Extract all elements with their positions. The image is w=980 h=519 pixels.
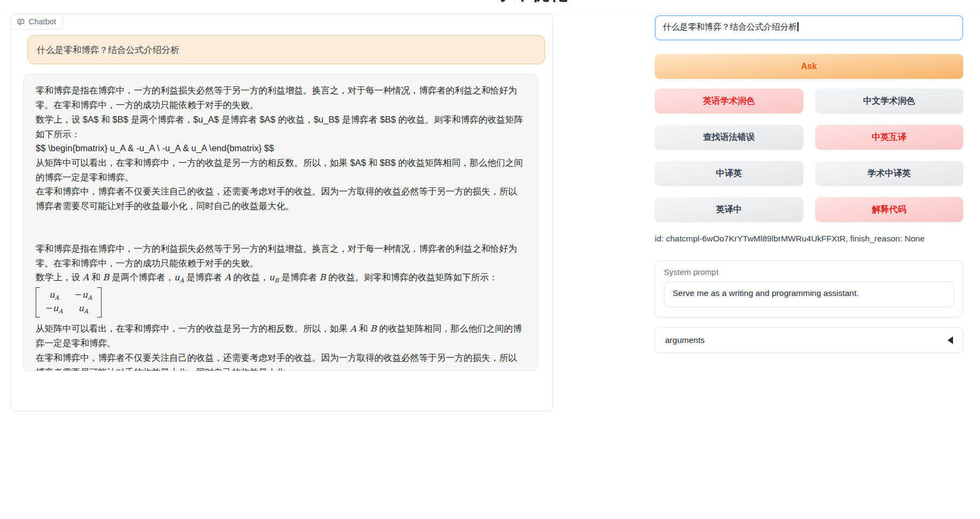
status-line: id: chatcmpl-6wOo7KrYTwMl89lbrMWRu4UkFFX… (655, 234, 963, 244)
latex-matrix: uA−uA−uAuA (36, 286, 526, 321)
section-gap (36, 213, 526, 241)
chat-messages[interactable]: 什么是零和博弈？结合公式介绍分析 零和博弈是指在博弈中，一方的利益损失必然等于另… (11, 15, 553, 411)
bot-paragraph-raw-1: 零和博弈是指在博弈中，一方的利益损失必然等于另一方的利益增益。换言之，对于每一种… (36, 83, 526, 112)
bot-paragraph-raw-4: 在零和博弈中，博弈者不仅要关注自己的收益，还需要考虑对手的收益。因为一方取得的收… (36, 184, 526, 213)
query-input[interactable]: 什么是零和博弈？结合公式介绍分析 (655, 15, 963, 41)
bot-paragraph-rendered-4: 在零和博弈中，博弈者不仅要关注自己的收益，还需要考虑对手的收益。因为一方取得的收… (36, 351, 526, 371)
button-zh-to-en[interactable]: 中译英 (655, 161, 803, 186)
user-message-bubble: 什么是零和博弈？结合公式介绍分析 (28, 35, 545, 64)
button-en-to-zh[interactable]: 英译中 (655, 197, 803, 222)
chatbot-label-text: Chatbot (29, 17, 56, 26)
chatbot-label: Chatbot (11, 14, 63, 30)
bot-paragraph-rendered-1: 零和博弈是指在博弈中，一方的利益损失必然等于另一方的利益增益。换言之，对于每一种… (36, 241, 526, 270)
button-find-grammar-errors[interactable]: 查找语法错误 (655, 125, 803, 150)
chatbot-panel: Chatbot 什么是零和博弈？结合公式介绍分析 零和博弈是指在博弈中，一方的利… (11, 14, 553, 412)
function-button-grid: 英语学术润色 中文学术润色 查找语法错误 中英互译 中译英 学术中译英 英译中 … (655, 89, 963, 222)
bot-paragraph-rendered-2: 数学上，设 A 和 B 是两个博弈者，uA 是博弈者 A 的收益，uB 是博弈者… (36, 270, 526, 286)
ask-button[interactable]: Ask (655, 54, 963, 79)
matrix-cell: uA (75, 302, 92, 316)
bot-paragraph-raw-3: 从矩阵中可以看出，在零和博弈中，一方的收益是另一方的相反数。所以，如果 $A$ … (36, 156, 526, 184)
matrix-cell: uA (45, 289, 63, 302)
button-chinese-academic-polish[interactable]: 中文学术润色 (815, 89, 964, 113)
page-title: ChatGPT 学术优化 (0, 0, 980, 6)
collapse-arrow-icon (948, 336, 953, 344)
button-explain-code[interactable]: 解释代码 (815, 197, 964, 222)
system-prompt-input[interactable]: Serve me as a writing and programming as… (664, 281, 954, 307)
button-academic-zh-to-en[interactable]: 学术中译英 (815, 161, 964, 186)
button-zh-en-mutual-translate[interactable]: 中英互译 (815, 125, 964, 150)
text-caret (797, 22, 798, 31)
system-prompt-card: System prompt Serve me as a writing and … (655, 260, 963, 318)
matrix-cell: −uA (45, 302, 63, 316)
app-canvas: ChatGPT 学术优化 Chatbot 什么是零和博弈？结合公式介绍分析 零和… (0, 0, 980, 519)
accordion-label: arguments (665, 335, 704, 345)
query-input-value: 什么是零和博弈？结合公式介绍分析 (663, 22, 797, 31)
bot-paragraph-raw-latex: $$ \begin{bmatrix} u_A & -u_A \ -u_A & u… (36, 141, 526, 156)
bot-message-bubble: 零和博弈是指在博弈中，一方的利益损失必然等于另一方的利益增益。换言之，对于每一种… (23, 74, 538, 371)
user-message-text: 什么是零和博弈？结合公式介绍分析 (37, 45, 179, 55)
bot-paragraph-raw-2: 数学上，设 $A$ 和 $B$ 是两个博弈者，$u_A$ 是博弈者 $A$ 的收… (36, 112, 526, 141)
chat-bubble-icon (17, 18, 25, 26)
header-divider (0, 13, 980, 14)
button-english-academic-polish[interactable]: 英语学术润色 (655, 89, 803, 113)
matrix-left-bracket (36, 287, 40, 317)
arguments-accordion[interactable]: arguments (655, 327, 963, 353)
matrix-cell: −uA (75, 289, 92, 302)
bot-paragraph-rendered-3: 从矩阵中可以看出，在零和博弈中，一方的收益是另一方的相反数。所以，如果 A 和 … (36, 321, 526, 351)
system-prompt-label: System prompt (664, 267, 954, 277)
matrix-right-bracket (97, 287, 102, 317)
